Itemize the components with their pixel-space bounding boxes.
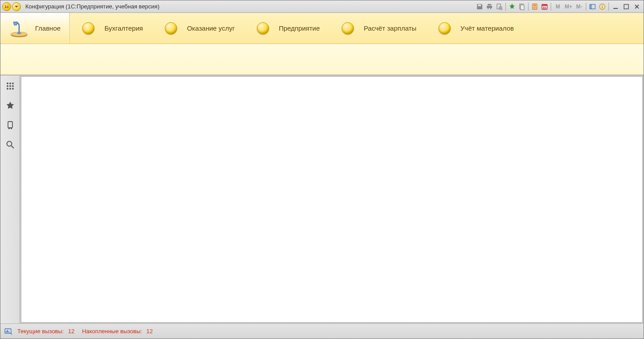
panel-toggle-icon[interactable]: [588, 3, 597, 11]
svg-rect-20: [602, 6, 603, 8]
nav-label: Бухгалтерия: [104, 24, 143, 32]
memory-plus-button[interactable]: M+: [564, 4, 573, 10]
svg-rect-0: [497, 4, 501, 9]
nav-label: Главное: [35, 24, 60, 32]
svg-point-33: [7, 88, 8, 90]
side-toolbar: [0, 75, 20, 323]
svg-rect-6: [533, 5, 536, 6]
svg-rect-36: [8, 122, 12, 128]
svg-point-28: [9, 83, 11, 84]
svg-rect-40: [6, 331, 7, 332]
section-medal-icon: [253, 19, 273, 38]
svg-rect-4: [521, 5, 524, 10]
nav-label: Учёт материалов: [461, 24, 514, 32]
svg-rect-22: [624, 4, 628, 9]
svg-point-31: [9, 85, 11, 87]
section-medal-icon: [161, 19, 181, 38]
memory-minus-button[interactable]: M-: [574, 4, 584, 10]
svg-point-27: [7, 83, 8, 84]
command-bar: [0, 44, 644, 75]
svg-point-29: [12, 83, 14, 84]
nav-item-accounting[interactable]: Бухгалтерия: [70, 13, 152, 43]
separator: [551, 3, 551, 11]
favorite-add-icon[interactable]: [508, 3, 517, 11]
svg-point-12: [536, 8, 537, 8]
section-navbar: Главное Бухгалтерия Оказание услуг Предп…: [0, 13, 644, 44]
svg-point-9: [536, 6, 537, 7]
sections-grid-icon[interactable]: [4, 80, 16, 92]
svg-point-26: [17, 32, 21, 34]
section-medal-icon: [435, 19, 454, 38]
separator: [586, 3, 586, 11]
main-menu-dropdown[interactable]: [12, 2, 21, 11]
svg-point-8: [534, 6, 535, 7]
memory-recall-button[interactable]: M: [553, 4, 563, 10]
nav-label: Оказание услуг: [187, 24, 235, 32]
nav-item-services[interactable]: Оказание услуг: [152, 13, 244, 43]
calendar-icon[interactable]: 31: [540, 3, 549, 11]
print-icon[interactable]: [485, 3, 494, 11]
svg-point-7: [533, 6, 534, 7]
nav-item-payroll[interactable]: Расчёт зарплаты: [329, 13, 425, 43]
section-medal-icon: [338, 19, 358, 38]
section-medal-icon: [79, 19, 98, 38]
window-title: Конфигурация (1С:Предприятие, учебная ве…: [25, 3, 159, 10]
nav-item-enterprise[interactable]: Предприятие: [244, 13, 329, 43]
minimize-button[interactable]: [611, 3, 620, 11]
separator: [505, 3, 506, 11]
history-icon[interactable]: [4, 119, 16, 131]
nav-label: Расчёт зарплаты: [364, 24, 416, 32]
svg-point-32: [12, 85, 14, 87]
favorites-star-icon[interactable]: [4, 99, 16, 112]
svg-point-10: [533, 8, 534, 8]
accumulated-calls-value: 12: [147, 328, 153, 335]
print-preview-icon[interactable]: [495, 3, 504, 11]
workspace-canvas: [21, 76, 643, 323]
svg-text:31: 31: [543, 6, 546, 9]
save-icon[interactable]: [475, 3, 484, 11]
svg-point-11: [534, 8, 535, 8]
svg-rect-17: [590, 4, 592, 9]
svg-rect-42: [8, 331, 9, 332]
search-icon[interactable]: [4, 138, 16, 151]
svg-point-19: [602, 5, 603, 6]
clipboard-icon[interactable]: [517, 3, 526, 11]
svg-rect-41: [7, 330, 8, 332]
svg-point-37: [7, 142, 12, 146]
app-logo-icon: 1c: [2, 2, 11, 11]
separator: [528, 3, 529, 11]
svg-point-30: [7, 85, 8, 87]
svg-rect-21: [613, 8, 618, 9]
current-calls-label: Текущие вызовы:: [17, 328, 64, 335]
status-text: Текущие вызовы: 12 Накопленные вызовы: 1…: [17, 328, 155, 335]
nav-item-materials[interactable]: Учёт материалов: [426, 13, 523, 43]
svg-line-38: [11, 146, 14, 149]
calculator-icon[interactable]: [530, 3, 539, 11]
status-bar: Текущие вызовы: 12 Накопленные вызовы: 1…: [0, 323, 644, 339]
svg-point-35: [12, 88, 14, 90]
performance-indicator-icon[interactable]: [4, 327, 13, 336]
desk-lamp-icon: [9, 19, 29, 38]
title-toolbar: 31 M M+ M-: [475, 3, 642, 11]
accumulated-calls-label: Накопленные вызовы:: [82, 328, 142, 335]
close-button[interactable]: [632, 3, 642, 11]
maximize-button[interactable]: [621, 3, 631, 11]
nav-item-main[interactable]: Главное: [0, 13, 70, 43]
nav-label: Предприятие: [279, 24, 320, 32]
svg-point-34: [9, 88, 11, 90]
svg-line-2: [501, 9, 502, 10]
separator: [608, 3, 609, 11]
app-window: 1c Конфигурация (1С:Предприятие, учебная…: [0, 0, 644, 339]
body-area: [0, 75, 644, 323]
title-bar: 1c Конфигурация (1С:Предприятие, учебная…: [0, 0, 644, 13]
current-calls-value: 12: [68, 328, 74, 335]
info-icon[interactable]: [598, 3, 607, 11]
